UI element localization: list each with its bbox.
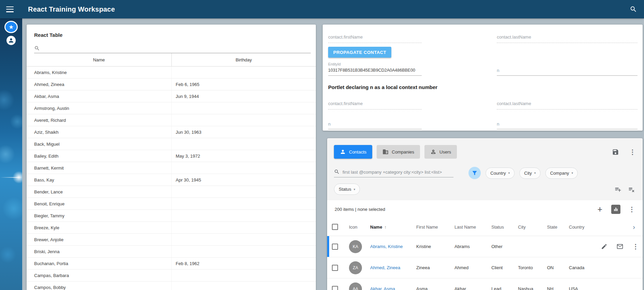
contacts-search-field[interactable] (334, 169, 453, 177)
last-name-field-2[interactable]: contact.lastName (497, 101, 638, 110)
menu-icon[interactable] (6, 6, 14, 12)
contacts-list: 200 items | none selected + ⋮ Icon Name↑… (327, 200, 643, 290)
table-row[interactable]: Aziz, ShaikhJun 30, 1963 (27, 126, 316, 138)
table-row[interactable]: Bailey, EdithMay 3, 1972 (27, 150, 316, 162)
table-row[interactable]: Armstrong, Austin (27, 102, 316, 114)
tab-companies[interactable]: Companies (377, 145, 420, 159)
filter-chip-status[interactable]: Status ▾ (334, 184, 360, 195)
edit-icon[interactable] (601, 243, 607, 250)
account-icon[interactable] (6, 36, 16, 45)
contact-row[interactable]: KA Abrams, Kristine Kristine Abrams Othe… (327, 236, 643, 257)
person-icon (340, 149, 346, 155)
chip-label: Company (550, 171, 569, 176)
table-search-input[interactable] (43, 46, 311, 51)
table-row[interactable]: Akbar, AsmaJun 9, 1944 (27, 90, 316, 102)
contacts-search-input[interactable] (342, 170, 453, 175)
n-field[interactable]: n (497, 68, 638, 76)
cell-first-name: Zineea (416, 265, 454, 270)
header-name[interactable]: Name↑ (370, 224, 416, 230)
filter-chip-company[interactable]: Company ▾ (545, 168, 578, 179)
cell-status: Client (491, 265, 518, 270)
header-city[interactable]: City (518, 224, 547, 230)
header-country[interactable]: Country (569, 224, 601, 230)
chart-view-icon[interactable] (611, 205, 620, 214)
n-field-3[interactable]: n (497, 121, 638, 129)
chevron-down-icon: ▾ (508, 171, 510, 175)
table-header-row: Name Birthday (27, 53, 316, 67)
search-filter-row: Country ▾ City ▾ Company ▾ (327, 159, 643, 179)
tab-contacts[interactable]: Contacts (334, 145, 372, 159)
table-row[interactable]: Benoit, Enrique (27, 198, 316, 210)
table-row[interactable]: Campas, Barbara (27, 270, 316, 281)
header-last-name[interactable]: Last Name (454, 224, 491, 230)
table-row[interactable]: Bender, Lance (27, 186, 316, 198)
contact-row[interactable]: AA Akbar, Asma Asma Akbar Lead Nashua NH… (327, 278, 643, 290)
row-more-icon[interactable]: ⋮ (632, 243, 639, 250)
header-first-name[interactable]: First Name (416, 224, 454, 230)
search-icon (34, 45, 40, 51)
entity-id-value[interactable]: 10317F8B531B3B45E3B9CD2A0A486BBE00 (328, 68, 422, 76)
chip-label: Country (490, 171, 506, 176)
playlist-remove-icon[interactable] (628, 186, 635, 193)
row-checkbox[interactable] (332, 265, 338, 271)
save-icon[interactable] (612, 148, 619, 156)
mail-icon[interactable] (616, 243, 624, 250)
cell-last-name: Abrams (454, 244, 491, 249)
list-header-row: Icon Name↑ First Name Last Name Status C… (327, 218, 643, 236)
table-search-field[interactable] (34, 43, 311, 53)
last-name-field[interactable]: contact.lastName (497, 34, 638, 43)
search-icon[interactable] (630, 5, 637, 13)
first-name-field[interactable]: contact.firstName (328, 34, 422, 43)
items-summary: 200 items | none selected (335, 207, 385, 212)
propagate-contact-button[interactable]: PROPAGATE CONTACT (328, 47, 391, 58)
table-row[interactable]: Bass, KayApr 30, 1945 (27, 174, 316, 186)
column-header-birthday[interactable]: Birthday (171, 53, 316, 66)
more-menu-icon[interactable]: ⋮ (629, 149, 636, 155)
contact-name-link[interactable]: Akbar, Asma (370, 286, 416, 290)
chevron-right-icon[interactable]: › (601, 223, 638, 231)
table-row[interactable]: Breeze, Kyle (27, 222, 316, 234)
list-more-icon[interactable]: ⋮ (629, 206, 635, 213)
cell-state: ON (547, 265, 569, 270)
tab-label: Users (439, 149, 451, 155)
row-checkbox[interactable] (332, 244, 338, 250)
propagate-contact-panel: contact.firstName contact.lastName PROPA… (323, 25, 643, 131)
header-status[interactable]: Status (491, 224, 518, 230)
column-header-name[interactable]: Name (27, 53, 171, 66)
avatar: ZA (349, 261, 362, 274)
first-name-field-2[interactable]: contact.firstName (328, 101, 422, 110)
n-field-2[interactable]: n (328, 121, 422, 129)
main-area: React Table Name Birthday Abrams, Kristi… (22, 18, 644, 290)
cell-country: USA (569, 286, 601, 290)
tab-users[interactable]: Users (424, 145, 457, 159)
contact-name-link[interactable]: Abrams, Kristine (370, 244, 416, 249)
table-row[interactable]: Ahmed, ZineeaFeb 6, 1965 (27, 78, 316, 90)
workspace-star-icon[interactable]: ★ (4, 21, 18, 33)
header-state[interactable]: State (547, 224, 569, 230)
table-row[interactable]: Biegler, Tammy (27, 210, 316, 222)
table-row[interactable]: Abrams, Kristine (27, 67, 316, 78)
sort-asc-icon: ↑ (384, 224, 387, 230)
filter-chip-city[interactable]: City ▾ (519, 168, 541, 179)
filter-funnel-icon[interactable] (468, 167, 481, 179)
playlist-add-icon[interactable] (615, 186, 621, 193)
status-filter-row: Status ▾ (327, 179, 643, 195)
contact-row[interactable]: ZA Ahmed, Zineea Zineea Ahmed Client Tor… (327, 257, 643, 278)
table-row[interactable]: Barnett, Kermit (27, 162, 316, 174)
table-row[interactable]: Back, Miguel (27, 138, 316, 150)
table-row[interactable]: Buchanan, PortiaFeb 8, 1962 (27, 258, 316, 270)
chevron-down-icon: ▾ (354, 188, 355, 191)
lens-flare (0, 177, 22, 178)
table-row[interactable]: Brewer, Anjolie (27, 234, 316, 246)
select-all-checkbox[interactable] (332, 224, 338, 230)
contact-name-link[interactable]: Ahmed, Zineea (370, 265, 416, 270)
building-icon (382, 149, 389, 155)
add-contact-icon[interactable]: + (597, 205, 602, 214)
contacts-panel: Contacts Companies Users ⋮ (327, 138, 643, 290)
app-title: React Training Workspace (28, 5, 115, 13)
table-row[interactable]: Briski, Jenna (27, 246, 316, 258)
row-checkbox[interactable] (332, 286, 338, 290)
filter-chip-country[interactable]: Country ▾ (486, 168, 515, 179)
table-row[interactable]: Averett, Richard (27, 114, 316, 126)
table-row[interactable]: Campos, Bobby (27, 281, 316, 290)
